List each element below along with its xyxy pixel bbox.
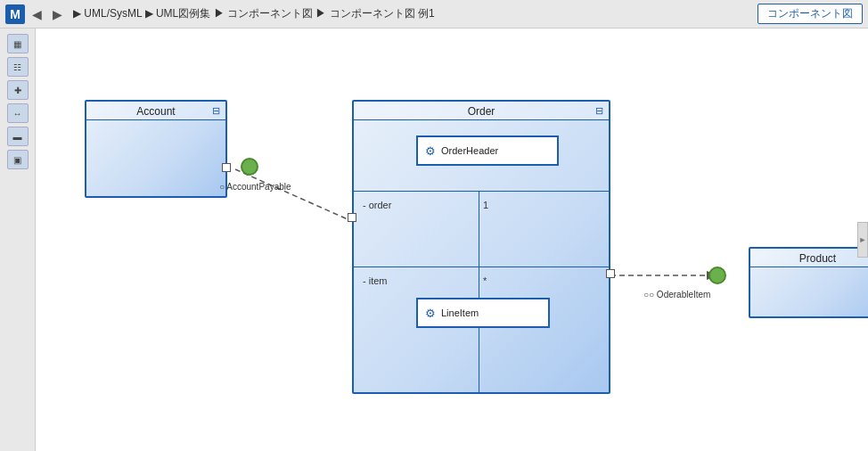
account-payable-label: ○ AccountPayable	[219, 182, 291, 192]
order-divider-2	[481, 191, 609, 192]
line-item-component[interactable]: ⚙ LineItem	[416, 298, 550, 328]
breadcrumb: ▶ UML/SysML ▶ UML図例集 ▶ コンポーネント図 ▶ コンポーネン…	[73, 6, 435, 21]
order-header-icon: ⚙	[425, 144, 436, 158]
svg-line-0	[235, 169, 348, 219]
oderable-item-label: ○○ OderableItem	[643, 290, 710, 299]
product-component[interactable]: Product ⊟	[749, 247, 868, 318]
account-component[interactable]: Account ⊟	[85, 100, 227, 198]
order-header-component[interactable]: ⚙ OrderHeader	[416, 135, 559, 166]
order-divider-3	[354, 266, 609, 267]
product-title: Product ⊟	[750, 249, 868, 267]
main-layout: ▦ ☷ ✚ ↔ ▬ ▣ Account ⊟ ○ AccountPa	[0, 29, 868, 451]
order-attr2: - item	[363, 275, 388, 286]
order-val1: 1	[483, 200, 488, 210]
sidebar-icon-6[interactable]: ▣	[7, 150, 29, 169]
sidebar-icon-1[interactable]: ▦	[7, 34, 29, 53]
diagram-type-badge: コンポーネント図	[757, 4, 863, 24]
line-item-label: LineItem	[441, 308, 479, 318]
order-left-port	[348, 213, 356, 222]
diagram-canvas: Account ⊟ ○ AccountPayable Order ⊟ ⚙ Ord…	[36, 29, 868, 451]
sidebar-icon-2[interactable]: ☷	[7, 57, 29, 77]
order-attr1: - order	[363, 200, 391, 210]
order-title: Order ⊟	[354, 102, 609, 120]
order-header-label: OrderHeader	[441, 145, 498, 156]
order-right-port	[606, 269, 615, 278]
sidebar-icon-5[interactable]: ▬	[7, 127, 29, 146]
order-vertical-divider	[479, 191, 479, 392]
account-port	[222, 163, 231, 172]
sidebar-icon-3[interactable]: ✚	[7, 80, 29, 100]
topbar: M ◀ ▶ ▶ UML/SysML ▶ UML図例集 ▶ コンポーネント図 ▶ …	[0, 0, 868, 29]
scroll-hint-right[interactable]: ►	[857, 222, 868, 258]
sidebar-icon-4[interactable]: ↔	[7, 103, 29, 123]
order-val2: *	[483, 275, 487, 286]
forward-button[interactable]: ▶	[49, 5, 66, 23]
order-component[interactable]: Order ⊟ ⚙ OrderHeader - order 1 - item *	[352, 100, 610, 394]
account-interface-circle	[241, 158, 258, 176]
line-item-icon: ⚙	[425, 307, 436, 320]
app-logo: M	[5, 4, 25, 24]
account-title: Account ⊟	[86, 102, 225, 120]
back-button[interactable]: ◀	[29, 5, 45, 23]
sidebar: ▦ ☷ ✚ ↔ ▬ ▣	[0, 29, 36, 451]
product-interface-circle	[708, 266, 726, 284]
